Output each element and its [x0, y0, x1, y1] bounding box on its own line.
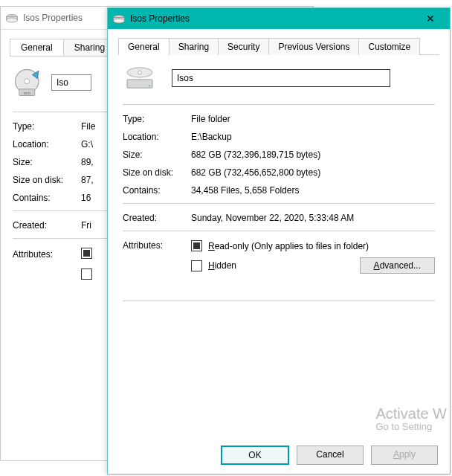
tab-previous-versions[interactable]: Previous Versions	[268, 38, 359, 55]
disk-label: Size on disk:	[13, 175, 81, 185]
apply-button[interactable]: Apply	[371, 446, 438, 465]
created-value: Sunday, November 22, 2020, 5:33:48 AM	[191, 213, 435, 223]
type-label: Type:	[123, 114, 191, 124]
drive-icon	[5, 13, 19, 23]
dialog-button-row: OK Cancel Apply	[221, 446, 438, 465]
front-tabs: General Sharing Security Previous Versio…	[118, 38, 439, 55]
separator	[123, 300, 435, 301]
readonly-label: Read-only (Only applies to files in fold…	[208, 241, 369, 251]
disk-value: 682 GB (732,456,652,800 bytes)	[191, 167, 435, 178]
type-label: Type:	[13, 121, 81, 132]
contains-label: Contains:	[123, 185, 191, 196]
location-value: E:\Backup	[191, 132, 435, 142]
disk-label: Size on disk:	[123, 167, 191, 178]
svg-point-9	[114, 19, 125, 23]
front-tab-panel: Isos Type:File folder Location:E:\Backup…	[118, 54, 439, 321]
close-button[interactable]: ✕	[416, 13, 445, 25]
separator	[123, 203, 435, 204]
size-label: Size:	[123, 149, 191, 160]
type-value: File folder	[191, 114, 435, 124]
separator	[123, 231, 435, 231]
attributes-label: Attributes:	[123, 240, 191, 251]
created-label: Created:	[13, 220, 81, 231]
front-properties-window: Isos Properties ✕ General Sharing Securi…	[107, 7, 451, 475]
front-window-title: Isos Properties	[130, 13, 416, 24]
drive-icon	[112, 13, 126, 24]
svg-point-11	[138, 71, 142, 74]
svg-point-4	[25, 79, 30, 84]
cancel-button[interactable]: Cancel	[297, 446, 364, 465]
svg-rect-12	[127, 80, 152, 88]
location-label: Location:	[13, 139, 81, 149]
ok-button[interactable]: OK	[221, 446, 289, 465]
location-label: Location:	[123, 132, 191, 142]
readonly-checkbox-back[interactable]	[81, 248, 92, 259]
contains-value: 34,458 Files, 5,658 Folders	[191, 185, 435, 196]
tab-general[interactable]: General	[118, 38, 170, 55]
svg-point-2	[7, 18, 18, 22]
hidden-checkbox-back[interactable]	[81, 268, 92, 280]
size-value: 682 GB (732,396,189,715 bytes)	[191, 149, 435, 160]
tab-security[interactable]: Security	[218, 38, 269, 55]
svg-point-13	[149, 85, 150, 86]
tab-customize[interactable]: Customize	[358, 38, 420, 55]
tab-general-back[interactable]: General	[10, 39, 64, 56]
separator	[123, 104, 435, 105]
created-label: Created:	[123, 213, 191, 223]
dvd-icon: DVD	[13, 67, 44, 98]
back-window-title: Isos Properties	[23, 13, 83, 23]
svg-text:DVD: DVD	[24, 91, 30, 95]
tab-sharing[interactable]: Sharing	[169, 38, 219, 55]
hidden-label: Hidden	[208, 260, 236, 271]
hidden-checkbox[interactable]	[191, 260, 202, 271]
folder-name-input-back[interactable]: Iso	[51, 74, 91, 91]
contains-label: Contains:	[13, 193, 81, 203]
activate-watermark: Activate W Go to Setting	[375, 405, 447, 432]
size-label: Size:	[13, 157, 81, 167]
readonly-checkbox[interactable]	[191, 240, 202, 251]
advanced-button[interactable]: Advanced...	[360, 257, 435, 274]
folder-name-input[interactable]: Isos	[172, 69, 390, 87]
front-titlebar: Isos Properties ✕	[108, 8, 450, 29]
drive-large-icon	[123, 65, 157, 91]
attributes-label: Attributes:	[13, 249, 81, 260]
